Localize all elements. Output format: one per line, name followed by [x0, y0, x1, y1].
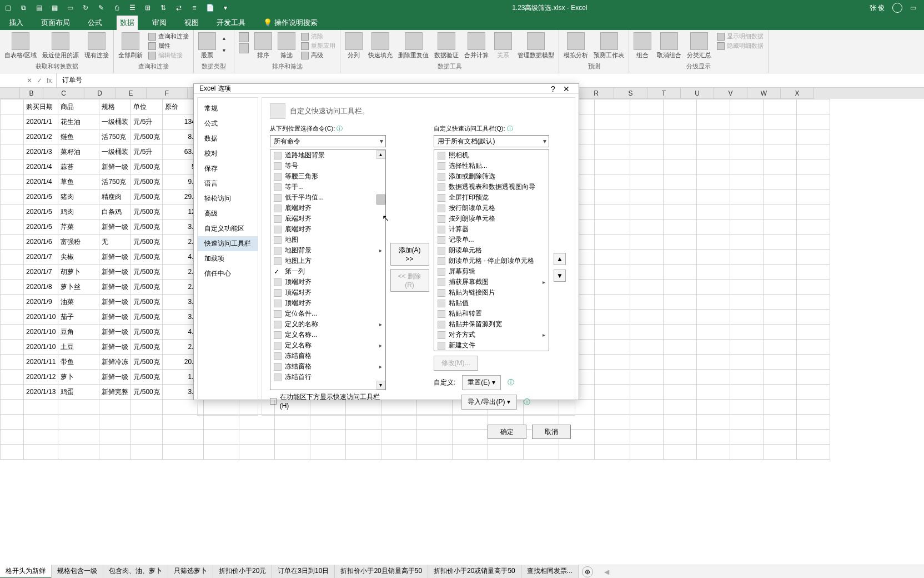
command-list-item[interactable]: 顶端对齐: [270, 287, 385, 298]
close-icon[interactable]: ✕: [560, 84, 573, 93]
qat-list-item[interactable]: 捕获屏幕截图▸: [434, 277, 549, 287]
qat-list-item[interactable]: 粘贴和转置: [434, 308, 549, 319]
flash-fill-button[interactable]: 快速填充: [368, 32, 393, 59]
tab-view[interactable]: 视图: [181, 16, 202, 30]
ribbon-display-icon[interactable]: ▭: [910, 4, 916, 12]
modify-button[interactable]: 修改(M)...: [434, 356, 478, 371]
command-list-item[interactable]: 等腰三角形: [270, 171, 385, 182]
options-nav-item[interactable]: 保存: [198, 161, 258, 176]
remove-dup-button[interactable]: 删除重复值: [398, 32, 429, 59]
column-header[interactable]: D: [84, 88, 116, 99]
forecast-button[interactable]: 预测工作表: [594, 32, 624, 59]
commands-listbox[interactable]: ▴ ▾ 道路地图背景等号等腰三角形等于...低于平均值...底端对齐底端对齐底端…: [270, 150, 386, 390]
command-list-item[interactable]: 定位条件...: [270, 308, 385, 319]
sheet-tab[interactable]: 包含肉、油、萝卜: [103, 565, 168, 578]
options-nav-item[interactable]: 常规: [198, 101, 258, 116]
reset-button[interactable]: 重置(E) ▾: [462, 375, 501, 390]
sort-desc-icon[interactable]: [239, 43, 249, 53]
qat-list-item[interactable]: 粘贴并保留源列宽: [434, 319, 549, 330]
qat-list-item[interactable]: 粘贴为链接图片: [434, 287, 549, 298]
sheet-tab[interactable]: 折扣价小于20或销量高于50: [428, 565, 521, 578]
tab-insert[interactable]: 插入: [6, 16, 27, 30]
qat-icon[interactable]: ▦: [50, 3, 59, 12]
sheet-tab[interactable]: 规格包含一级: [52, 565, 103, 578]
scope-dropdown[interactable]: 用于所有文档(默认): [434, 135, 550, 147]
cancel-button[interactable]: 取消: [532, 425, 571, 439]
show-below-checkbox[interactable]: [270, 398, 277, 405]
command-list-item[interactable]: 冻结窗格▸: [270, 361, 385, 372]
column-header[interactable]: B: [20, 88, 43, 99]
tab-formulas[interactable]: 公式: [84, 16, 106, 30]
options-nav-item[interactable]: 轻松访问: [198, 191, 258, 206]
scroll-up-icon[interactable]: ▲: [222, 36, 229, 41]
options-nav-item[interactable]: 高级: [198, 206, 258, 221]
qat-list-item[interactable]: 数据透视表和数据透视图向导: [434, 182, 549, 192]
column-header[interactable]: F: [147, 88, 188, 99]
qat-icon[interactable]: ⧉: [19, 3, 28, 12]
qat-list-item[interactable]: 计算器: [434, 224, 549, 235]
relations-button[interactable]: 关系: [494, 32, 512, 59]
command-list-item[interactable]: 等号: [270, 161, 385, 171]
qat-icon[interactable]: ▢: [3, 3, 12, 12]
command-list-item[interactable]: 底端对齐: [270, 224, 385, 235]
data-model-button[interactable]: 管理数据模型: [518, 32, 554, 59]
qat-icon[interactable]: ↻: [81, 3, 90, 12]
qat-list-item[interactable]: 按列朗读单元格: [434, 213, 549, 224]
refresh-all-button[interactable]: 全部刷新: [118, 32, 143, 59]
qat-listbox[interactable]: 照相机选择性粘贴...添加或删除筛选数据透视表和数据透视图向导全屏打印预览按行朗…: [434, 150, 550, 351]
advanced-item[interactable]: 高级: [301, 51, 335, 59]
options-nav-item[interactable]: 公式: [198, 116, 258, 131]
command-list-item[interactable]: 等于...: [270, 182, 385, 192]
consolidate-button[interactable]: 合并计算: [464, 32, 489, 59]
commands-dropdown[interactable]: 所有命令: [270, 135, 386, 147]
command-list-item[interactable]: 道路地图背景: [270, 150, 385, 161]
command-list-item[interactable]: 定义名称▸: [270, 340, 385, 351]
command-list-item[interactable]: 低于平均值...: [270, 192, 385, 203]
options-nav-item[interactable]: 校对: [198, 146, 258, 161]
qat-icon[interactable]: ▭: [66, 3, 74, 12]
column-header[interactable]: W: [747, 88, 781, 99]
command-list-item[interactable]: 地图: [270, 235, 385, 245]
reapply-item[interactable]: 重新应用: [301, 42, 335, 50]
options-nav-item[interactable]: 信任中心: [198, 266, 258, 281]
qat-list-item[interactable]: 屏幕剪辑: [434, 266, 549, 277]
user-avatar-icon[interactable]: [892, 3, 902, 13]
tab-pagelayout[interactable]: 页面布局: [38, 16, 73, 30]
tab-review[interactable]: 审阅: [149, 16, 170, 30]
qat-icon[interactable]: ☰: [128, 3, 137, 12]
recent-sources-button[interactable]: 最近使用的源: [42, 32, 79, 59]
tab-developer[interactable]: 开发工具: [213, 16, 249, 30]
column-header[interactable]: X: [781, 88, 814, 99]
qat-icon[interactable]: ▤: [34, 3, 43, 12]
remove-button[interactable]: << 删除(R): [390, 269, 429, 292]
options-nav-item[interactable]: 加载项: [198, 251, 258, 266]
edit-links-item[interactable]: 编辑链接: [148, 51, 189, 59]
qat-list-item[interactable]: 朗读单元格 - 停止朗读单元格: [434, 256, 549, 266]
command-list-item[interactable]: 顶端对齐: [270, 298, 385, 308]
fx-icon[interactable]: fx: [47, 77, 52, 84]
qat-list-item[interactable]: 对齐方式▸: [434, 330, 549, 340]
qat-icon[interactable]: ✎: [97, 3, 106, 12]
move-down-button[interactable]: ▼: [554, 270, 566, 282]
qat-list-item[interactable]: 选择性粘贴...: [434, 161, 549, 171]
group-button[interactable]: 组合: [634, 32, 651, 59]
data-val-button[interactable]: 数据验证: [434, 32, 459, 59]
stocks-button[interactable]: 股票: [198, 32, 216, 59]
column-header[interactable]: R: [579, 88, 614, 99]
sort-asc-icon[interactable]: [239, 32, 249, 42]
cancel-icon[interactable]: ✕: [27, 77, 32, 84]
subtotal-button[interactable]: 分类汇总: [687, 32, 711, 59]
qat-icon[interactable]: ⇅: [159, 3, 168, 12]
from-table-button[interactable]: 自表格/区域: [4, 32, 37, 59]
scrollbar-thumb[interactable]: [376, 195, 385, 205]
clear-filter-item[interactable]: 清除: [301, 32, 335, 41]
column-header[interactable]: E: [116, 88, 147, 99]
column-header[interactable]: C: [43, 88, 84, 99]
qat-list-item[interactable]: 照相机: [434, 150, 549, 161]
command-list-item[interactable]: 底端对齐: [270, 213, 385, 224]
qat-list-item[interactable]: 朗读单元格: [434, 245, 549, 256]
command-list-item[interactable]: 定义的名称▸: [270, 319, 385, 330]
queries-conn-item[interactable]: 查询和连接: [148, 32, 189, 41]
new-sheet-button[interactable]: ⊕: [582, 566, 593, 577]
command-list-item[interactable]: 地图上方: [270, 256, 385, 266]
